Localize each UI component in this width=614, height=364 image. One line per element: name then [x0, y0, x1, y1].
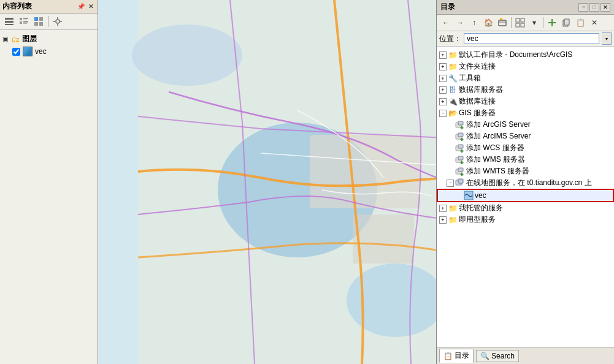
svg-rect-9 [34, 17, 38, 21]
icon-toolbox: 🔧 [448, 74, 458, 83]
pin-icon[interactable]: 📌 [77, 2, 85, 11]
content-list-title-bar: 内容列表 📌 ✕ [0, 0, 98, 13]
maximize-button[interactable]: □ [589, 3, 599, 12]
expand-gis-server[interactable]: － [439, 110, 447, 117]
close-button[interactable]: ✕ [601, 3, 610, 12]
tree-item-db-server[interactable]: + 🗄 数据库服务器 [437, 84, 614, 96]
toolbar-separator [48, 16, 48, 27]
left-toolbar [0, 13, 98, 30]
dropdown-button[interactable]: ▾ [528, 16, 541, 29]
tree-item-folder-connection[interactable]: + 📁 文件夹连接 [437, 61, 614, 72]
search-tab-label: Search [491, 352, 515, 360]
icon-add-wmts [455, 167, 465, 176]
svg-point-21 [132, 25, 242, 86]
svg-rect-1 [5, 21, 13, 23]
tree-item-add-wms[interactable]: 添加 WMS 服务器 [437, 154, 614, 165]
location-dropdown[interactable]: ▾ [602, 32, 612, 45]
delete-button[interactable]: ✕ [588, 16, 601, 29]
layer-item-icon-vec [23, 47, 33, 56]
tree-item-my-hosted[interactable]: + 📁 我托管的服务 [437, 202, 614, 214]
label-add-arcgis: 添加 ArcGIS Server [466, 119, 531, 130]
options-button[interactable] [51, 15, 64, 28]
location-label: 位置： [439, 34, 461, 44]
svg-rect-3 [20, 18, 22, 20]
tree-item-default-catalog[interactable]: + 📁 默认工作目录 - Documents\ArcGIS [437, 49, 614, 61]
layers-section: ▣ 🗂 图层 vec [0, 30, 98, 60]
icon-vec [464, 191, 474, 200]
label-gis-server: GIS 服务器 [459, 108, 496, 118]
minimize-button[interactable]: － [578, 3, 588, 12]
icon-add-arcims [455, 132, 465, 142]
catalog-bottom-tabs: 📋 目录 🔍 Search [437, 347, 614, 364]
icon-ready-service: 📁 [448, 215, 458, 225]
expand-db-connection[interactable]: + [439, 98, 447, 105]
label-add-wcs: 添加 WCS 服务器 [466, 143, 524, 153]
svg-rect-24 [499, 20, 506, 26]
paste-button[interactable]: 📋 [574, 16, 587, 29]
label-add-arcims: 添加 ArcIMS Server [466, 131, 531, 142]
expand-my-hosted[interactable]: + [439, 205, 447, 212]
add-button[interactable] [545, 16, 559, 29]
expand-db-server[interactable]: + [439, 86, 447, 94]
catalog-tab[interactable]: 📋 目录 [439, 349, 474, 363]
layer-checkbox-vec[interactable] [12, 48, 20, 56]
tree-item-online-map[interactable]: － 在线地图服务，在 t0.tianditu.gov.cn 上 [437, 177, 614, 189]
tree-item-toolbox[interactable]: + 🔧 工具箱 [437, 72, 614, 84]
label-vec: vec [475, 191, 486, 200]
catalog-tree: + 📁 默认工作目录 - Documents\ArcGIS + 📁 文件夹连接 … [437, 47, 614, 347]
layer-group-label: 图层 [22, 34, 37, 44]
tree-item-gis-server[interactable]: － 📂 GIS 服务器 [437, 107, 614, 119]
svg-rect-33 [564, 19, 569, 25]
content-list-title: 内容列表 [2, 1, 77, 12]
icon-add-wms [455, 155, 465, 165]
tree-item-add-wmts[interactable]: 添加 WMTS 服务器 [437, 165, 614, 177]
expand-icon: ▣ [2, 36, 9, 42]
list-view-button[interactable] [2, 15, 16, 28]
catalog-title-buttons: － □ ✕ [578, 3, 610, 12]
layer-group[interactable]: ▣ 🗂 图层 [2, 32, 95, 45]
svg-rect-5 [23, 20, 27, 20]
expand-ready-service[interactable]: + [439, 216, 447, 224]
tree-item-add-arcims[interactable]: 添加 ArcIMS Server [437, 131, 614, 142]
connect-button[interactable] [496, 16, 509, 29]
label-my-hosted: 我托管的服务 [459, 203, 503, 213]
expand-folder-connection[interactable]: + [439, 63, 447, 70]
icon-db-connection: 🔌 [448, 97, 458, 107]
close-icon[interactable]: ✕ [86, 2, 95, 11]
tree-item-add-arcgis[interactable]: 添加 ArcGIS Server [437, 119, 614, 131]
label-ready-service: 即用型服务 [459, 214, 496, 225]
tree-item-ready-service[interactable]: + 📁 即用型服务 [437, 214, 614, 226]
icon-online-map [455, 178, 465, 188]
home-button[interactable]: 🏠 [482, 16, 495, 29]
search-tab[interactable]: 🔍 Search [476, 350, 519, 362]
catalog-panel: 目录 － □ ✕ ← → ↑ 🏠 ▾ [436, 0, 614, 364]
tree-item-add-wcs[interactable]: 添加 WCS 服务器 [437, 142, 614, 154]
svg-rect-4 [23, 18, 28, 19]
up-button[interactable]: ↑ [467, 16, 481, 29]
icon-add-wcs [455, 143, 465, 153]
tree-item-db-connection[interactable]: + 🔌 数据库连接 [437, 96, 614, 107]
layer-item-label-vec: vec [35, 47, 47, 56]
svg-rect-51 [458, 168, 463, 172]
copy-button[interactable] [559, 16, 573, 29]
svg-rect-8 [23, 23, 27, 24]
catalog-title-bar: 目录 － □ ✕ [437, 0, 614, 15]
label-toolbox: 工具箱 [459, 73, 481, 83]
layer-item-vec[interactable]: vec [2, 45, 95, 58]
location-input[interactable] [464, 33, 599, 44]
thumbnail-view-button[interactable] [32, 15, 45, 28]
svg-rect-6 [20, 21, 22, 24]
catalog-tab-label: 目录 [455, 351, 469, 361]
label-add-wmts: 添加 WMTS 服务器 [466, 166, 529, 176]
expand-online-map[interactable]: － [447, 180, 454, 187]
toolbar-sep-1 [511, 17, 512, 28]
detail-view-button[interactable] [17, 15, 31, 28]
folder-icon: 🗂 [11, 34, 20, 44]
expand-default-catalog[interactable]: + [439, 51, 447, 59]
svg-point-13 [56, 20, 59, 23]
forward-button[interactable]: → [453, 16, 467, 29]
back-button[interactable]: ← [439, 16, 453, 29]
expand-toolbox[interactable]: + [439, 75, 447, 82]
grid-button[interactable] [513, 16, 527, 29]
tree-item-vec[interactable]: vec [437, 189, 614, 202]
